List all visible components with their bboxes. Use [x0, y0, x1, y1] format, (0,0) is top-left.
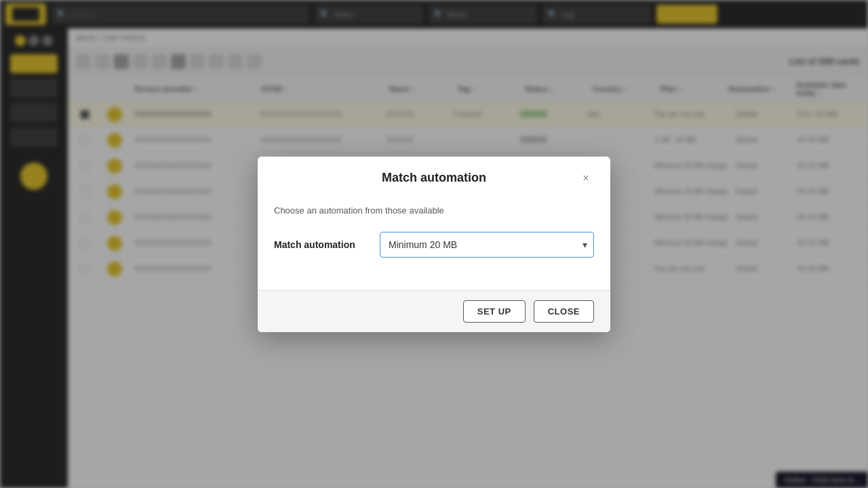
- modal-select-wrapper[interactable]: Minimum 20 MB No automation Maximum 50 M…: [380, 232, 594, 258]
- close-button[interactable]: CLOSE: [534, 300, 594, 323]
- modal-title: Match automation: [290, 171, 578, 185]
- modal-field-row: Match automation Minimum 20 MB No automa…: [274, 232, 594, 258]
- modal-description: Choose an automation from those availabl…: [274, 205, 594, 216]
- modal-body: Choose an automation from those availabl…: [258, 197, 610, 290]
- modal-header: Match automation ×: [258, 157, 610, 197]
- modal-overlay: Match automation × Choose an automation …: [0, 0, 868, 488]
- modal-dialog: Match automation × Choose an automation …: [258, 157, 610, 332]
- modal-automation-select[interactable]: Minimum 20 MB No automation Maximum 50 M…: [380, 232, 594, 258]
- setup-button[interactable]: SET UP: [463, 300, 526, 323]
- modal-footer: SET UP CLOSE: [258, 290, 610, 332]
- modal-field-label: Match automation: [274, 239, 369, 250]
- modal-close-x-button[interactable]: ×: [578, 170, 594, 186]
